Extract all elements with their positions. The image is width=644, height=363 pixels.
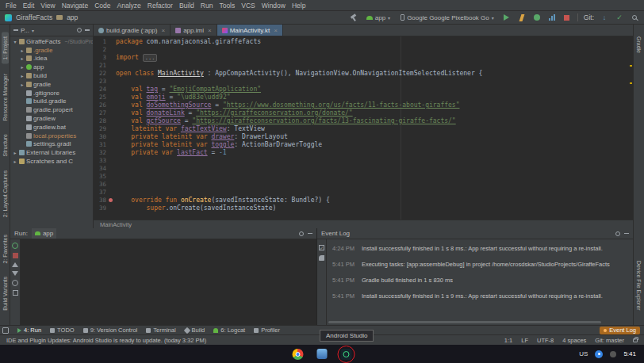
- indent-setting[interactable]: 4 spaces: [562, 337, 586, 344]
- mark-read-icon[interactable]: ✓: [319, 245, 324, 250]
- tab-mainactivity-kt[interactable]: MainActivity.kt×: [217, 25, 283, 36]
- lock-icon[interactable]: [633, 338, 638, 342]
- menu-vcs[interactable]: VCS: [238, 2, 258, 10]
- hide-panel-icon[interactable]: [85, 29, 90, 31]
- tool-window-button-todo[interactable]: TODO: [50, 327, 75, 334]
- menu-window[interactable]: Window: [259, 2, 289, 10]
- menu-file[interactable]: File: [2, 2, 20, 10]
- close-icon[interactable]: ×: [208, 27, 212, 34]
- run-config-select[interactable]: app ▾: [364, 13, 393, 22]
- keyboard-layout-indicator[interactable]: US: [579, 350, 588, 357]
- tool-window-button-terminal[interactable]: Terminal: [146, 327, 175, 334]
- expand-arrow-icon[interactable]: ▸: [13, 159, 17, 164]
- panel-menu-icon[interactable]: [13, 29, 18, 31]
- breadcrumb-module[interactable]: app: [67, 13, 78, 21]
- tree-item-scratches-and-c[interactable]: ▸Scratches and C: [10, 157, 93, 166]
- profile-button[interactable]: [547, 13, 557, 22]
- breadcrumb-project[interactable]: GiraffeFacts: [16, 13, 52, 21]
- tree-item-settings-gradl[interactable]: settings.gradl: [10, 140, 93, 149]
- apply-changes-button[interactable]: [517, 13, 527, 22]
- run-console[interactable]: [21, 239, 316, 325]
- expand-arrow-icon[interactable]: ▸: [20, 48, 25, 53]
- error-stripe-mark[interactable]: [630, 82, 632, 84]
- tool-window-switcher-icon[interactable]: [2, 327, 9, 334]
- stop-icon[interactable]: [13, 253, 18, 258]
- files-icon[interactable]: [317, 349, 328, 359]
- menu-edit[interactable]: Edit: [20, 2, 38, 10]
- tree-item-gradle[interactable]: ▸gradle: [10, 80, 93, 89]
- status-message[interactable]: IDE and Plugin Updates: Android Studio i…: [6, 337, 206, 344]
- chrome-icon[interactable]: [293, 349, 304, 360]
- line-separator[interactable]: LF: [521, 337, 528, 344]
- menu-run[interactable]: Run: [197, 2, 217, 10]
- tree-item-build-gradle[interactable]: build.gradle: [10, 97, 93, 106]
- expand-arrow-icon[interactable]: ▸: [20, 82, 25, 87]
- menu-build[interactable]: Build: [176, 2, 197, 10]
- settings-gear-icon[interactable]: [615, 231, 620, 236]
- horizontal-scrollbar[interactable]: [328, 321, 601, 323]
- tool-button-build-variants[interactable]: Build Variants: [2, 273, 9, 315]
- android-studio-taskbar-item[interactable]: [341, 349, 352, 360]
- expand-arrow-icon[interactable]: ▸: [20, 73, 25, 78]
- tree-item-external-libraries[interactable]: ▸External Libraries: [10, 148, 93, 157]
- expand-arrow-icon[interactable]: ▾: [13, 39, 17, 44]
- run-button[interactable]: [502, 13, 512, 22]
- tree-item-idea[interactable]: ▸.idea: [10, 55, 93, 63]
- wrench-icon[interactable]: [319, 255, 324, 261]
- git-update-button[interactable]: ↓: [600, 13, 609, 22]
- clear-console-icon[interactable]: [13, 290, 18, 296]
- tree-item-gradle-propert[interactable]: gradle.propert: [10, 105, 93, 114]
- tab-build-gradle-app[interactable]: build.gradle (:app)×: [94, 25, 171, 36]
- tree-item-local-properties[interactable]: local.properties: [10, 132, 93, 140]
- hide-panel-icon[interactable]: [624, 233, 629, 235]
- git-branch[interactable]: Git: master: [595, 337, 624, 344]
- tree-item-giraffefacts[interactable]: ▾GiraffeFacts~/StudioProjects/Gira: [10, 37, 93, 46]
- menu-refactor[interactable]: Refactor: [144, 2, 176, 10]
- settings-gear-icon[interactable]: [77, 28, 82, 32]
- error-stripe-mark[interactable]: [630, 65, 632, 67]
- menu-code[interactable]: Code: [91, 2, 113, 10]
- tab-app-iml[interactable]: app.iml×: [171, 25, 217, 36]
- hide-panel-icon[interactable]: [308, 233, 312, 235]
- device-select[interactable]: Google Google Pixelbook Go ▾: [398, 13, 496, 22]
- tree-item-build[interactable]: ▸build: [10, 71, 93, 80]
- event-log-entries[interactable]: 4:24 PMInstall successfully finished in …: [327, 239, 633, 325]
- tool-window-button-4-run[interactable]: 4: Run: [17, 327, 41, 334]
- tool-button-2-favorites[interactable]: 2: Favorites: [2, 231, 9, 268]
- expand-arrow-icon[interactable]: ▸: [13, 150, 17, 155]
- run-tab-app[interactable]: app: [32, 228, 56, 239]
- arrow-down-icon[interactable]: [12, 271, 18, 276]
- rerun-icon[interactable]: [12, 243, 18, 249]
- caret-position[interactable]: 1:1: [504, 337, 512, 344]
- tray-shield-icon[interactable]: [610, 351, 616, 357]
- tree-item-gitignore[interactable]: .gitignore: [10, 89, 93, 97]
- event-log-badge[interactable]: Event Log: [600, 327, 640, 334]
- tool-button-2-layout-captures[interactable]: 2: Layout Captures: [2, 166, 9, 221]
- menu-analyze[interactable]: Analyze: [114, 2, 144, 10]
- tree-item-gradlew-bat[interactable]: gradlew.bat: [10, 123, 93, 132]
- code-area[interactable]: 1package com.naranjaconsal.giraffefacts2…: [94, 36, 633, 220]
- close-icon[interactable]: ×: [161, 27, 165, 34]
- menu-tools[interactable]: Tools: [216, 2, 238, 10]
- settings-gear-icon[interactable]: [12, 280, 18, 286]
- project-view-select[interactable]: P...: [21, 27, 29, 34]
- stop-button[interactable]: [562, 13, 572, 22]
- tool-window-button-9-version-control[interactable]: 9: Version Control: [83, 327, 138, 334]
- debug-button[interactable]: [532, 13, 542, 22]
- tool-button-resource-manager[interactable]: Resource Manager: [2, 70, 9, 125]
- search-everywhere-button[interactable]: [630, 13, 639, 22]
- git-commit-button[interactable]: ✓: [615, 13, 624, 22]
- tool-button-device-file-explorer[interactable]: Device File Explorer: [635, 257, 642, 315]
- tray-indicator-icon[interactable]: [595, 350, 603, 358]
- close-icon[interactable]: ×: [274, 27, 278, 34]
- menu-navigate[interactable]: Navigate: [59, 2, 92, 10]
- tree-item-app[interactable]: ▸app: [10, 63, 93, 71]
- file-encoding[interactable]: UTF-8: [537, 337, 554, 344]
- tool-window-button-build[interactable]: Build: [185, 327, 205, 334]
- menu-view[interactable]: View: [37, 2, 58, 10]
- tool-button-1-project[interactable]: 1: Project: [2, 32, 9, 64]
- tool-button-structure[interactable]: Structure: [2, 130, 9, 160]
- build-button[interactable]: [349, 13, 358, 22]
- tree-item-gradlew[interactable]: gradlew: [10, 114, 93, 123]
- tool-window-button-profiler[interactable]: Profiler: [254, 327, 280, 334]
